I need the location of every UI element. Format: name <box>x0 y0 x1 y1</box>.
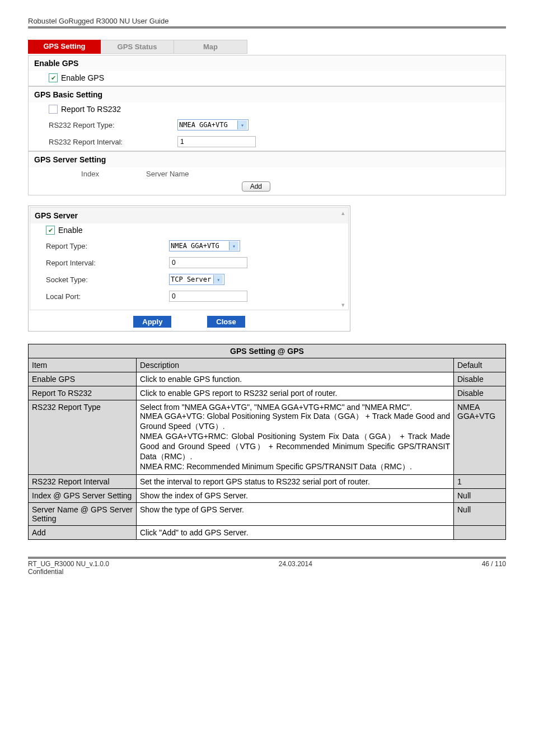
table-cell: Show the type of GPS Server. <box>137 503 454 526</box>
gps-config-panel: Enable GPS ✔ Enable GPS GPS Basic Settin… <box>28 55 506 195</box>
th-item: Item <box>29 358 137 372</box>
th-default: Default <box>454 358 506 372</box>
scroll-up-icon: ▴ <box>339 209 348 217</box>
th-desc: Description <box>137 358 454 372</box>
table-cell: RS232 Report Type <box>29 400 137 475</box>
add-button[interactable]: Add <box>242 181 270 192</box>
table-cell: Disable <box>454 372 506 386</box>
modal-socket-type-label: Socket Type: <box>46 276 169 284</box>
table-cell: Index @ GPS Server Setting <box>29 489 137 503</box>
tab-gps-setting[interactable]: GPS Setting <box>28 40 101 54</box>
modal-report-type-value: NMEA GGA+VTG <box>171 242 227 250</box>
modal-socket-type-select[interactable]: TCP Server ▾ <box>169 274 224 285</box>
table-cell: Show the index of GPS Server. <box>137 489 454 503</box>
close-button[interactable]: Close <box>207 316 245 328</box>
modal-socket-type-value: TCP Server <box>171 276 211 283</box>
doc-header: Robustel GoRugged R3000 NU User Guide <box>28 17 506 25</box>
table-cell: Enable GPS <box>29 372 137 386</box>
table-cell: Click to enable GPS function. <box>137 372 454 386</box>
modal-local-port-input[interactable] <box>169 291 247 302</box>
page-footer: RT_UG_R3000 NU_v.1.0.0 Confidential 24.0… <box>28 559 506 576</box>
enable-gps-checkbox[interactable]: ✔ <box>49 73 58 82</box>
report-rs232-label: Report To RS232 <box>61 105 121 114</box>
table-cell: Report To RS232 <box>29 386 137 400</box>
apply-button[interactable]: Apply <box>133 316 171 328</box>
table-cell: Click "Add" to add GPS Server. <box>137 526 454 540</box>
gps-server-modal: ▴ GPS Server ✔ Enable Report Type: NMEA … <box>28 206 350 332</box>
table-cell <box>454 526 506 540</box>
table-cell: Set the interval to report GPS status to… <box>137 475 454 489</box>
modal-local-port-label: Local Port: <box>46 292 169 301</box>
report-rs232-checkbox[interactable]: ✔ <box>49 105 58 114</box>
rs232-interval-input[interactable] <box>177 136 256 147</box>
table-title: GPS Setting @ GPS <box>29 344 506 358</box>
modal-report-interval-label: Report Interval: <box>46 259 169 267</box>
modal-title: GPS Server <box>30 208 348 223</box>
section-basic-title: GPS Basic Setting <box>29 87 505 102</box>
modal-report-type-label: Report Type: <box>46 242 169 250</box>
table-cell: Click to enable GPS report to RS232 seri… <box>137 386 454 400</box>
table-cell: Add <box>29 526 137 540</box>
enable-gps-label: Enable GPS <box>61 73 104 82</box>
chevron-down-icon: ▾ <box>229 241 238 250</box>
chevron-down-icon: ▾ <box>213 275 223 284</box>
modal-report-interval-input[interactable] <box>169 257 247 268</box>
col-server-name: Server Name <box>146 170 258 178</box>
footer-left2: Confidential <box>28 568 109 576</box>
table-cell: Null <box>454 503 506 526</box>
section-server-title: GPS Server Setting <box>29 152 505 167</box>
rs232-type-select[interactable]: NMEA GGA+VTG ▾ <box>177 119 249 130</box>
tab-gps-status[interactable]: GPS Status <box>101 40 174 54</box>
footer-right: 46 / 110 <box>482 560 506 576</box>
tab-map[interactable]: Map <box>174 40 247 54</box>
footer-center: 24.03.2014 <box>279 560 312 576</box>
header-rule <box>28 26 506 29</box>
modal-enable-label: Enable <box>58 226 83 235</box>
section-enable-gps-title: Enable GPS <box>29 55 505 71</box>
table-cell: Server Name @ GPS Server Setting <box>29 503 137 526</box>
table-cell: Select from "NMEA GGA+VTG", "NMEA GGA+VT… <box>137 400 454 475</box>
table-cell: NMEA GGA+VTG <box>454 400 506 475</box>
rs232-type-label: RS232 Report Type: <box>49 121 177 129</box>
tab-bar: GPS Setting GPS Status Map <box>28 40 506 54</box>
table-cell: 1 <box>454 475 506 489</box>
rs232-type-value: NMEA GGA+VTG <box>179 121 235 129</box>
description-table: GPS Setting @ GPS Item Description Defau… <box>28 344 506 540</box>
modal-report-type-select[interactable]: NMEA GGA+VTG ▾ <box>169 240 240 251</box>
scroll-down-icon: ▾ <box>339 301 348 309</box>
col-index: Index <box>34 170 146 178</box>
rs232-interval-label: RS232 Report Interval: <box>49 138 177 146</box>
footer-left1: RT_UG_R3000 NU_v.1.0.0 <box>28 560 109 568</box>
table-cell: Null <box>454 489 506 503</box>
table-cell: RS232 Report Interval <box>29 475 137 489</box>
table-cell: Disable <box>454 386 506 400</box>
modal-enable-checkbox[interactable]: ✔ <box>46 226 55 235</box>
chevron-down-icon: ▾ <box>237 120 247 129</box>
